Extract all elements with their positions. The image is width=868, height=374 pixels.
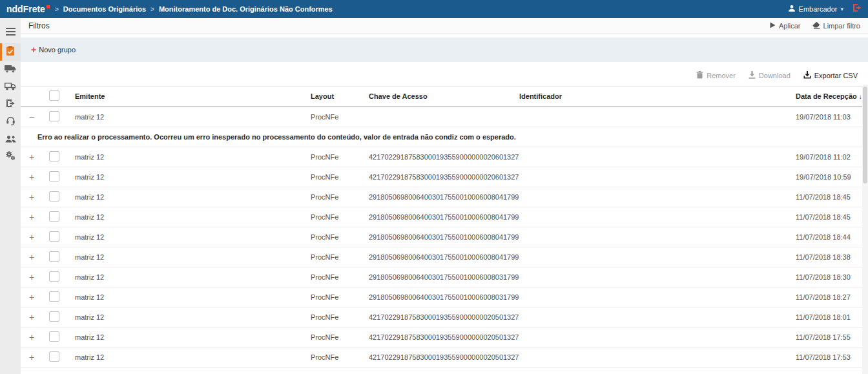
cell-data-recepcao: 19/07/2018 11:03 bbox=[796, 113, 868, 121]
table-row[interactable]: + matriz 12 ProcNFe 42170229187583000193… bbox=[21, 167, 868, 187]
expand-row-button[interactable]: + bbox=[27, 152, 36, 161]
cell-chave-de-acesso: 2918050698006400301755001000600804179980… bbox=[369, 233, 519, 241]
cell-data-recepcao: 11/07/2018 18:30 bbox=[796, 273, 868, 281]
table-row[interactable]: + matriz 12 ProcNFe 29180506980064003017… bbox=[21, 227, 868, 247]
table-row[interactable]: + matriz 12 ProcNFe 42170229187583000193… bbox=[21, 307, 868, 327]
sidebar-menu-toggle[interactable] bbox=[0, 23, 21, 41]
cell-layout: ProcNFe bbox=[311, 153, 369, 161]
sidebar-item-monitoramento[interactable] bbox=[0, 43, 21, 61]
logout-icon bbox=[852, 3, 862, 15]
cell-chave-de-acesso: 4217022918758300019355900000002050132788… bbox=[369, 353, 519, 361]
table-row[interactable]: + matriz 12 ProcNFe 29180506980064003017… bbox=[21, 247, 868, 267]
expand-row-button[interactable]: + bbox=[27, 253, 36, 262]
expand-row-button[interactable]: + bbox=[27, 172, 36, 182]
table-row[interactable]: + matriz 12 ProcNFe 29180506980064003017… bbox=[21, 187, 868, 207]
breadcrumb-item-monitoramento[interactable]: Monitoramento de Doc. Originários Não Co… bbox=[159, 5, 333, 13]
plus-icon: + bbox=[31, 47, 36, 53]
topbar: nddFrete > Documentos Originários > Moni… bbox=[0, 0, 868, 18]
breadcrumb: > Documentos Originários > Monitoramento… bbox=[55, 5, 333, 13]
breadcrumb-item-documentos-originarios[interactable]: Documentos Originários bbox=[63, 5, 146, 13]
cell-emitente: matriz 12 bbox=[75, 253, 311, 261]
export-csv-button[interactable]: Exportar CSV bbox=[803, 71, 858, 80]
scrollbar-thumb[interactable] bbox=[863, 87, 867, 183]
sidebar-item-configuracoes[interactable] bbox=[0, 148, 21, 165]
expand-row-button[interactable]: − bbox=[27, 112, 36, 121]
row-checkbox[interactable] bbox=[49, 351, 59, 362]
download-icon bbox=[749, 71, 756, 80]
table-row[interactable]: − matriz 12 ProcNFe 19/07/2018 11:03 bbox=[21, 107, 868, 127]
row-checkbox[interactable] bbox=[49, 251, 59, 262]
apply-filter-label: Aplicar bbox=[779, 22, 801, 30]
chevron-down-icon: ▾ bbox=[840, 6, 843, 12]
remove-button[interactable]: Remover bbox=[696, 71, 736, 80]
cell-chave-de-acesso: 2918050698006400301755001000600804179980… bbox=[369, 213, 519, 221]
table-row[interactable]: + matriz 12 ProcNFe 42170229187583000193… bbox=[21, 348, 868, 368]
clear-filter-button[interactable]: Limpar filtro bbox=[812, 22, 860, 30]
expand-row-button[interactable]: + bbox=[27, 213, 36, 222]
row-checkbox[interactable] bbox=[49, 291, 59, 302]
user-menu[interactable]: Embarcador ▾ bbox=[788, 5, 843, 14]
table-row[interactable]: + matriz 12 ProcNFe 42170229187583000193… bbox=[21, 327, 868, 348]
cell-emitente: matriz 12 bbox=[75, 293, 311, 301]
app-logo-text: nddFrete bbox=[6, 4, 45, 14]
sidebar-item-transportes[interactable] bbox=[0, 61, 21, 78]
cell-chave-de-acesso: 4217022918758300019355900000002050132788… bbox=[369, 313, 519, 321]
table-row[interactable]: + matriz 12 ProcNFe 42170229187583000193… bbox=[21, 147, 868, 167]
cell-chave-de-acesso: 4217022918758300019355900000002050132788… bbox=[369, 333, 519, 341]
app-logo[interactable]: nddFrete bbox=[0, 4, 52, 14]
apply-filter-button[interactable]: Aplicar bbox=[770, 22, 801, 30]
row-checkbox[interactable] bbox=[49, 331, 59, 342]
cell-chave-de-acesso: 2918050698006400301755001000600804179980… bbox=[369, 253, 519, 261]
table-row[interactable]: + matriz 12 ProcNFe 29180506980064003017… bbox=[21, 287, 868, 307]
column-header-data-recepcao[interactable]: Data de Recepção↓ bbox=[796, 92, 868, 100]
column-header-layout[interactable]: Layout bbox=[311, 92, 369, 100]
row-checkbox[interactable] bbox=[49, 151, 59, 161]
main-content: Filtros Aplicar Limpar filtro + Novo gru… bbox=[21, 18, 868, 374]
monitoring-documents-icon bbox=[5, 46, 16, 59]
cell-data-recepcao: 11/07/2018 17:53 bbox=[796, 353, 868, 361]
support-agent-icon bbox=[6, 116, 16, 128]
select-all-checkbox[interactable] bbox=[49, 90, 59, 101]
expand-row-button[interactable]: + bbox=[27, 192, 36, 202]
cell-layout: ProcNFe bbox=[311, 213, 369, 221]
new-group-button[interactable]: + Novo grupo bbox=[27, 43, 79, 56]
expand-row-button[interactable]: + bbox=[27, 313, 36, 322]
row-checkbox[interactable] bbox=[49, 311, 59, 322]
column-header-identificador[interactable]: Identificador bbox=[519, 92, 796, 100]
cell-chave-de-acesso: 2918050698006400301755001000600803179980… bbox=[369, 293, 519, 301]
sidebar-item-suporte[interactable] bbox=[0, 113, 21, 130]
user-menu-label: Embarcador bbox=[799, 5, 838, 13]
table-row[interactable]: + matriz 12 ProcNFe 29180506980064003017… bbox=[21, 267, 868, 287]
cell-chave-de-acesso: 2918050698006400301755001000600804179980… bbox=[369, 193, 519, 201]
play-icon bbox=[770, 22, 776, 30]
cell-data-recepcao: 11/07/2018 18:38 bbox=[796, 253, 868, 261]
row-checkbox[interactable] bbox=[49, 191, 59, 202]
expand-row-button[interactable]: + bbox=[27, 333, 36, 342]
download-button[interactable]: Download bbox=[749, 71, 790, 80]
table-row[interactable]: + matriz 12 ProcNFe 29180506980064003017… bbox=[21, 207, 868, 227]
row-checkbox[interactable] bbox=[49, 231, 59, 242]
cell-emitente: matriz 12 bbox=[75, 153, 311, 161]
truck-icon bbox=[5, 64, 16, 76]
vertical-scrollbar[interactable] bbox=[862, 85, 868, 374]
menu-icon bbox=[6, 26, 16, 38]
sidebar-item-exportacao[interactable] bbox=[0, 96, 21, 113]
expand-row-button[interactable]: + bbox=[27, 353, 36, 362]
row-checkbox[interactable] bbox=[49, 271, 59, 282]
expand-row-button[interactable]: + bbox=[27, 293, 36, 302]
row-checkbox[interactable] bbox=[49, 111, 59, 121]
cell-data-recepcao: 19/07/2018 10:59 bbox=[796, 173, 868, 181]
row-checkbox[interactable] bbox=[49, 211, 59, 222]
sidebar-item-entregas[interactable] bbox=[0, 78, 21, 96]
column-header-chave-de-acesso[interactable]: Chave de Acesso bbox=[369, 92, 519, 100]
sidebar-item-usuarios[interactable] bbox=[0, 130, 21, 148]
expand-row-button[interactable]: + bbox=[27, 233, 36, 242]
settings-gears-icon bbox=[5, 151, 16, 163]
cell-layout: ProcNFe bbox=[311, 353, 369, 361]
export-documents-icon bbox=[6, 99, 16, 110]
row-checkbox[interactable] bbox=[49, 171, 59, 182]
expand-row-button[interactable]: + bbox=[27, 273, 36, 282]
logout-button[interactable] bbox=[852, 3, 862, 15]
column-header-emitente[interactable]: Emitente bbox=[75, 92, 311, 100]
group-panel: + Novo grupo bbox=[21, 37, 868, 62]
